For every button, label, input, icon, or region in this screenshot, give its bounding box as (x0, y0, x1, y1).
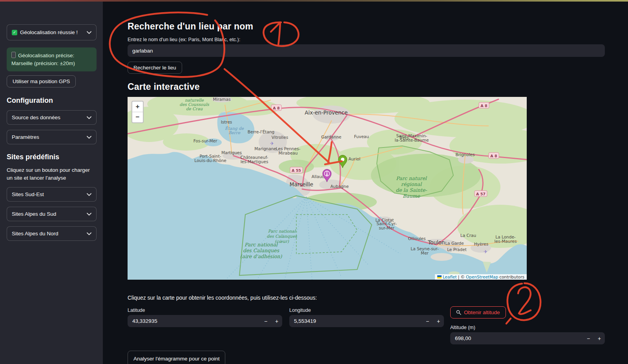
road-badge: A 8 (479, 102, 489, 108)
openstreetmap-link[interactable]: OpenStreetMap (466, 275, 498, 279)
annotation-number-2 (506, 283, 540, 324)
map-label: (aire d'adhésion) (240, 253, 283, 259)
map-label: Le Pradet (447, 247, 467, 252)
map-label: Istres (221, 120, 232, 124)
success-check-icon: ✓ (12, 30, 17, 35)
map-label: Parc national (268, 229, 296, 233)
road-badge: A 8 (271, 105, 281, 111)
expander-data-source-label: Source des données (12, 115, 60, 120)
map-label: Mer (421, 251, 429, 255)
longitude-label: Longitude (289, 308, 311, 313)
map-label: Parc national (245, 242, 278, 248)
map-label: La Garde (445, 241, 464, 246)
get-altitude-button[interactable]: Obtenir altitude (450, 306, 506, 318)
expander-sites-alpes-sud-label: Sites Alpes du Sud (12, 211, 56, 217)
latitude-decrement-button[interactable]: − (260, 315, 271, 327)
svg-text:A 8: A 8 (273, 106, 280, 110)
expander-parameters[interactable]: Paramètres (7, 130, 97, 144)
expander-sites-alpes-nord[interactable]: Sites Alpes du Nord (7, 226, 97, 241)
expander-sites-sud-est-label: Sites Sud-Est (12, 191, 44, 197)
map-label: Auriol (349, 157, 360, 161)
road-badge: A 55 (290, 167, 303, 173)
chevron-down-icon (87, 31, 91, 34)
map-label: Berre (228, 130, 241, 135)
search-input-label: Entrez le nom d'un lieu (ex: Paris, Mont… (128, 37, 240, 42)
map-label: sur-Mer (379, 226, 394, 230)
expander-geolocation-label: Géolocalisation réussie ! (20, 29, 78, 35)
map-label: Martigues (221, 150, 242, 155)
configuration-heading: Configuration (7, 96, 53, 105)
map-label: Mirabeau (279, 151, 298, 155)
map-label: Baume (403, 193, 420, 199)
map-label: de Crau (186, 106, 203, 111)
leaflet-link[interactable]: Leaflet (443, 275, 457, 279)
latitude-input[interactable] (128, 315, 260, 327)
predefined-sites-caption: Cliquez sur un bouton pour charger un si… (7, 166, 97, 182)
attribution-suffix: contributors (499, 275, 524, 279)
road-badge: A 57 (475, 191, 487, 197)
svg-text:A 8: A 8 (490, 154, 497, 158)
map-label: Gardanne (321, 135, 341, 139)
svg-text:A 8: A 8 (480, 104, 487, 108)
chevron-down-icon (87, 136, 91, 139)
altitude-input[interactable] (450, 332, 583, 344)
map-label: Fos-sur-Mer (194, 138, 217, 143)
mobile-phone-icon (11, 52, 16, 58)
sidebar: ✓ Géolocalisation réussie ! Géolocalisat… (0, 2, 103, 364)
map-label: Hyères (474, 242, 489, 246)
map-label: Berre-l'Étang (248, 129, 274, 134)
zoom-in-button[interactable]: + (132, 102, 143, 112)
longitude-increment-button[interactable]: + (433, 315, 444, 327)
chevron-down-icon (87, 193, 91, 196)
map-zoom-control: + − (131, 101, 144, 123)
coords-instruction: Cliquez sur la carte pour obtenir les co… (128, 295, 317, 301)
geolocation-success-text: Géolocalisation précise: Marseille (préc… (11, 53, 75, 66)
use-gps-button[interactable]: Utiliser ma position GPS (7, 75, 76, 87)
expander-sites-alpes-nord-label: Sites Alpes du Nord (12, 231, 58, 237)
map-label: Brignoles (455, 152, 475, 157)
map-label: la-Sainte-Baume (395, 138, 429, 142)
top-decoration-bar (0, 0, 628, 2)
expander-data-source[interactable]: Source des données (7, 110, 97, 125)
map-label: ✈ (484, 249, 487, 255)
longitude-input-group: − + (289, 315, 444, 327)
map-label: Parc naturel (396, 175, 427, 181)
latitude-increment-button[interactable]: + (271, 315, 282, 327)
altitude-decrement-button[interactable]: − (583, 332, 594, 344)
map-label: Toulon (427, 239, 445, 246)
latitude-input-group: − + (128, 315, 282, 327)
longitude-input[interactable] (289, 315, 422, 327)
zoom-out-button[interactable]: − (132, 112, 143, 122)
map-label: ✈ (270, 141, 274, 146)
expander-geolocation-status[interactable]: ✓ Géolocalisation réussie ! (7, 24, 97, 40)
longitude-decrement-button[interactable]: − (422, 315, 433, 327)
analyze-emagram-button[interactable]: Analyser l'émagramme pour ce point (128, 351, 225, 364)
map-label: de la Sainte- (396, 187, 427, 193)
interactive-map[interactable]: MiramasIstresFos-sur-MerMarignaneLes Pen… (128, 97, 527, 280)
ukraine-flag-icon (437, 275, 442, 278)
map-label: les-Martigues (241, 159, 268, 164)
expander-sites-sud-est[interactable]: Sites Sud-Est (7, 187, 97, 202)
map-label: Miramas (213, 97, 231, 102)
attribution-separator: | © (458, 275, 465, 279)
map-section-heading: Carte interactive (128, 82, 200, 92)
road-badge: A 8 (489, 153, 499, 158)
map-label: Marignane (254, 146, 276, 151)
annotation-number-1 (263, 22, 298, 46)
altitude-label: Altitude (m) (450, 325, 475, 330)
altitude-increment-button[interactable]: + (594, 332, 605, 344)
chevron-down-icon (87, 116, 91, 119)
map-label: Ollioules (408, 236, 426, 241)
magnifier-icon (456, 310, 461, 315)
place-name-input[interactable] (128, 44, 605, 57)
map-attribution: Leaflet | © OpenStreetMap contributors (435, 274, 527, 280)
map-label: Fuveau (354, 134, 369, 139)
search-place-button[interactable]: Rechercher le lieu (128, 62, 182, 74)
altitude-input-group: − + (450, 332, 605, 344)
map-label: des Calanques (267, 234, 297, 239)
expander-sites-alpes-sud[interactable]: Sites Alpes du Sud (7, 207, 97, 221)
search-section-heading: Recherche d'un lieu par nom (128, 21, 253, 32)
map-label: Aubagne (330, 184, 349, 189)
map-canvas: MiramasIstresFos-sur-MerMarignaneLes Pen… (128, 97, 527, 280)
expander-parameters-label: Paramètres (12, 134, 39, 140)
